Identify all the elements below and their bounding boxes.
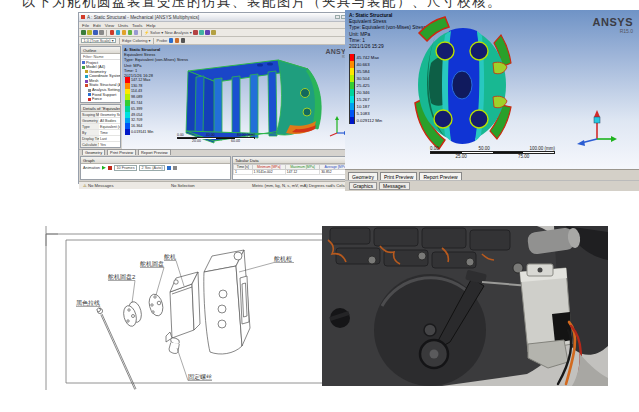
assembly-drawing: 黑色拉线 舵机圆盘2 舵机圆盘 舵机 舵机框 固定螺丝 [36,226,322,390]
detail-value[interactable]: Time [99,130,120,135]
toolbar-icon[interactable] [199,30,204,35]
stress-legend: 147.12 Max 130.78 114.43 98.089 81.744 6… [125,77,153,135]
label-wire: 黑色拉线 [76,300,100,306]
units-status: Metric (mm, kg, N, s, mV, mA) Degrees ra… [252,183,350,188]
menu-help[interactable]: Help [146,23,155,28]
toolbar-icon[interactable] [134,30,139,35]
tab-messages[interactable]: Messages [379,182,410,190]
toolbar-icon[interactable] [93,30,98,35]
toolbar-icon[interactable] [205,30,210,35]
table-row[interactable]: 1 1.9141e-002 147.12 30.852 [233,170,351,175]
toolbar-result: 1.0 (True Scale) ▾ Edge Coloring ▾ Probe [79,37,354,45]
tab-print-preview[interactable]: Print Preview [380,172,417,180]
tab-report-preview[interactable]: Report Preview [419,172,461,180]
detail-value[interactable]: Yes [99,142,120,147]
duration-select[interactable]: 2 Sec (Auto) [139,165,165,171]
label-servo: 舵机 [163,253,176,261]
detail-key: Display Time [81,136,99,141]
mesh-icon [85,80,88,83]
detail-value[interactable]: Geometry Selection [99,112,120,117]
toolbar-icon[interactable] [169,38,174,43]
edge-coloring-select[interactable]: Edge Coloring ▾ [122,38,150,43]
details-header: Details of "Equivalent Stress" [81,105,120,112]
status-bar: ⚠ No Messages No Selection Metric (mm, k… [79,181,354,189]
disk-fea-model [405,15,519,157]
tab-geometry[interactable]: Geometry [82,149,105,155]
detail-value[interactable]: All Bodies [99,118,120,123]
menu-units[interactable]: Units [118,23,128,28]
engine-photo [322,226,608,386]
detail-value[interactable]: Equivalent (von-Mises) [99,124,120,129]
toolbar-icon[interactable] [175,38,180,43]
chart-icon[interactable] [173,166,177,170]
toolbar-icon[interactable] [181,38,186,43]
support-icon [88,93,91,96]
disk-viewport-tabs: Geometry Print Preview Report Preview [345,169,639,180]
ansys-logo-large: ANSYS R15.0 [593,16,633,34]
probe-button[interactable]: Probe [157,38,168,43]
menu-edit[interactable]: Edit [93,23,101,28]
solve-button[interactable]: ⚡ Solve ▾ [144,30,163,35]
minimize-button[interactable] [335,15,340,19]
tab-geometry[interactable]: Geometry [348,172,378,180]
servo-disc2-part [122,300,144,327]
disk-triad-icon[interactable] [573,107,617,147]
toolbar-icon[interactable] [81,30,86,35]
col-maximum[interactable]: Maximum [MPa] [285,165,319,170]
col-minimum[interactable]: Minimum [MPa] [252,165,285,170]
graph-header: Graph [81,157,230,164]
tab-print-preview[interactable]: Print Preview [107,149,136,155]
toolbar-icon[interactable] [211,30,216,35]
detail-value[interactable]: Last [99,136,120,141]
label-frame: 舵机框 [273,255,292,263]
frames-select[interactable]: 10 Frames [114,165,137,171]
menu-view[interactable]: View [105,23,114,28]
outline-tree: Project Model (A4) Geometry Coordinate S… [81,60,120,103]
outline-panel: Outline Filter: Name Project Model (A4) … [80,46,121,103]
export-icon[interactable] [167,166,171,170]
show-errors-button[interactable]: New Analysis ▾ [165,30,192,35]
settings-icon [88,89,91,92]
tab-report-preview[interactable]: Report Preview [138,149,171,155]
play-icon[interactable] [102,166,106,170]
toolbar-icon[interactable] [87,30,92,35]
toolbar-icon[interactable] [116,30,121,35]
tabular-data-panel: Tabular Data Time [s] Minimum [MPa] Maxi… [232,156,353,180]
geometry-icon [85,70,88,73]
menu-file[interactable]: File [82,23,89,28]
animation-label: Animation [83,166,100,170]
project-icon [82,61,85,64]
graphics-viewport[interactable]: A: Static Structural Equivalent Stress T… [122,45,354,149]
servo-disc-part [147,293,165,317]
detail-key: Type [81,124,99,129]
detail-key: Scoping Method [81,112,99,117]
tree-item[interactable]: Solution (A6) [82,102,119,103]
messages-status[interactable]: No Messages [88,183,114,188]
menu-tools[interactable]: Tools [132,23,142,28]
ansys-mechanical-window: A : Static Structural - Mechanical [ANSY… [78,12,355,184]
csys-icon [85,75,88,78]
selection-status: No Selection [171,183,195,188]
toolbar-icon[interactable] [110,30,115,35]
drawing-parts [97,250,250,390]
app-icon [81,15,85,19]
detail-key: Geometry [81,118,99,123]
toolbar-icon[interactable] [193,30,198,35]
stop-icon[interactable] [108,166,112,170]
disk-viewport[interactable]: A: Static Structural Equivalent Stress T… [345,10,639,169]
servo-frame-part [204,250,250,354]
left-panels: Outline Filter: Name Project Model (A4) … [79,45,122,149]
disk-scale-ruler: 0.00 50.00 100.00 (mm) 25.00 75.00 [430,146,555,160]
details-panel: Details of "Equivalent Stress" Scoping M… [80,104,121,148]
toolbar-main: ⚡ Solve ▾ New Analysis ▾ [79,29,354,37]
outline-header: Outline [81,47,120,54]
toolbar-icon[interactable] [128,30,133,35]
toolbar-icon[interactable] [122,30,127,35]
detail-key: Calculate Time [81,142,99,147]
result-scale-select[interactable]: 1.0 (True Scale) ▾ [81,38,116,44]
title-bar[interactable]: A : Static Structural - Mechanical [ANSY… [79,13,354,22]
fixing-screw-part [169,337,180,353]
detail-key: By [81,130,99,135]
tab-graphics[interactable]: Graphics [349,182,377,190]
toolbar-icon[interactable] [99,30,104,35]
